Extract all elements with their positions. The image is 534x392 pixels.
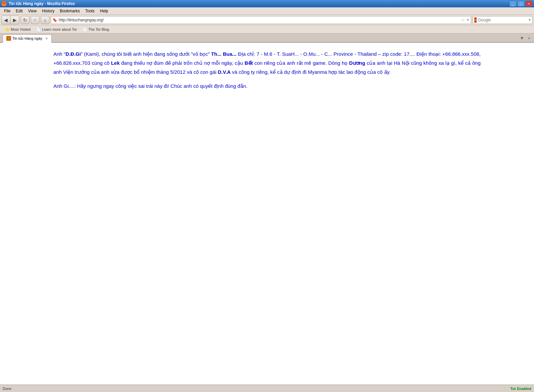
tab-close-button[interactable]: ✕ bbox=[45, 36, 48, 41]
menu-history[interactable]: History bbox=[39, 8, 57, 14]
bookmark-page-icon: 📄 bbox=[36, 27, 41, 32]
name-dva: D.V.A bbox=[218, 69, 231, 75]
tor-enabled-label: Tor Enabled bbox=[510, 387, 531, 391]
tab-list-button[interactable]: ▼ bbox=[519, 35, 525, 41]
bookmark-most-visited-label: Most Visited bbox=[11, 27, 31, 31]
search-dropdown-icon[interactable]: ▼ bbox=[528, 18, 531, 22]
url-input[interactable] bbox=[59, 18, 459, 22]
tab-controls[interactable]: ▼ + bbox=[519, 35, 531, 42]
stop-button[interactable]: ✕ bbox=[31, 16, 39, 24]
bookmark-tor-blog[interactable]: 📄 The Tor Blog bbox=[80, 26, 111, 32]
back-button[interactable]: ◀ bbox=[2, 16, 10, 24]
tab-tin-tuc[interactable]: t Tin tức Hàng ngày ✕ bbox=[3, 34, 52, 43]
page-icon: 🔖 bbox=[52, 18, 57, 22]
forward-button[interactable]: ▶ bbox=[10, 16, 19, 24]
menu-edit[interactable]: Edit bbox=[13, 8, 25, 14]
bookmark-star-icon: ⭐ bbox=[5, 27, 10, 32]
window-controls[interactable]: _ □ × bbox=[509, 1, 533, 7]
name-ddgi: D.Đ.Gi bbox=[65, 51, 81, 57]
title-bar: 🦊 Tin tức Hàng ngày - Mozilla Firefox _ … bbox=[0, 0, 534, 7]
firefox-icon: 🦊 bbox=[1, 1, 7, 6]
browser-content: Anh "D.Đ.Gi" (Kami), chúng tôi biết anh … bbox=[0, 43, 534, 384]
reload-button[interactable]: ↻ bbox=[21, 16, 29, 24]
url-bar[interactable]: 🔖 ☆ ▼ bbox=[51, 16, 471, 24]
bookmark-star-icon[interactable]: ☆ bbox=[461, 17, 465, 23]
name-lek: Lek bbox=[111, 60, 120, 66]
maximize-button[interactable]: □ bbox=[517, 1, 525, 7]
status-right: Tor Enabled bbox=[510, 387, 531, 391]
name-th-bua: Th... Bua... bbox=[211, 51, 237, 57]
home-button[interactable]: ⌂ bbox=[41, 16, 49, 24]
close-button[interactable]: × bbox=[525, 1, 533, 7]
menu-view[interactable]: View bbox=[25, 8, 39, 14]
tab-new-button[interactable]: + bbox=[527, 35, 531, 41]
tab-favicon: t bbox=[6, 36, 11, 41]
minimize-button[interactable]: _ bbox=[509, 1, 517, 7]
bookmark-tor-blog-label: The Tor Blog bbox=[88, 27, 109, 31]
name-bet: Bết bbox=[245, 60, 253, 66]
article-paragraph-2: Anh Gi....: Hãy ngưng ngay công việc sai… bbox=[53, 81, 481, 90]
menu-bar: File Edit View History Bookmarks Tools H… bbox=[0, 7, 534, 15]
bookmark-learn-tor-label: Learn more about Tor bbox=[42, 27, 77, 31]
menu-bookmarks[interactable]: Bookmarks bbox=[57, 8, 82, 14]
menu-file[interactable]: File bbox=[1, 8, 13, 14]
bookmark-learn-tor[interactable]: 📄 Learn more about Tor bbox=[34, 26, 79, 32]
tab-bar: t Tin tức Hàng ngày ✕ ▼ + bbox=[0, 33, 534, 43]
bookmarks-bar: ⭐ Most Visited 📄 Learn more about Tor 📄 … bbox=[0, 25, 534, 33]
title-bar-left: 🦊 Tin tức Hàng ngày - Mozilla Firefox bbox=[1, 1, 75, 6]
nav-bar: ◀ ▶ ↻ ✕ ⌂ 🔖 ☆ ▼ G ▼ bbox=[0, 15, 534, 25]
menu-tools[interactable]: Tools bbox=[82, 8, 97, 14]
article-paragraph-1: Anh "D.Đ.Gi" (Kami), chúng tôi biết anh … bbox=[53, 49, 481, 76]
search-input[interactable] bbox=[478, 18, 528, 22]
status-bar: Done Tor Enabled bbox=[0, 385, 534, 392]
tab-label: Tin tức Hàng ngày bbox=[12, 36, 42, 41]
name-duong: Dương bbox=[349, 60, 365, 66]
bookmark-page-icon-2: 📄 bbox=[82, 27, 87, 32]
status-text: Done bbox=[3, 387, 11, 391]
url-dropdown-icon[interactable]: ▼ bbox=[466, 18, 470, 22]
google-icon: G bbox=[474, 17, 477, 23]
search-bar[interactable]: G ▼ bbox=[473, 16, 533, 24]
back-forward-group[interactable]: ◀ ▶ bbox=[1, 16, 19, 24]
bookmark-most-visited[interactable]: ⭐ Most Visited bbox=[3, 26, 33, 32]
window-title: Tin tức Hàng ngày - Mozilla Firefox bbox=[9, 1, 75, 6]
menu-help[interactable]: Help bbox=[97, 8, 111, 14]
